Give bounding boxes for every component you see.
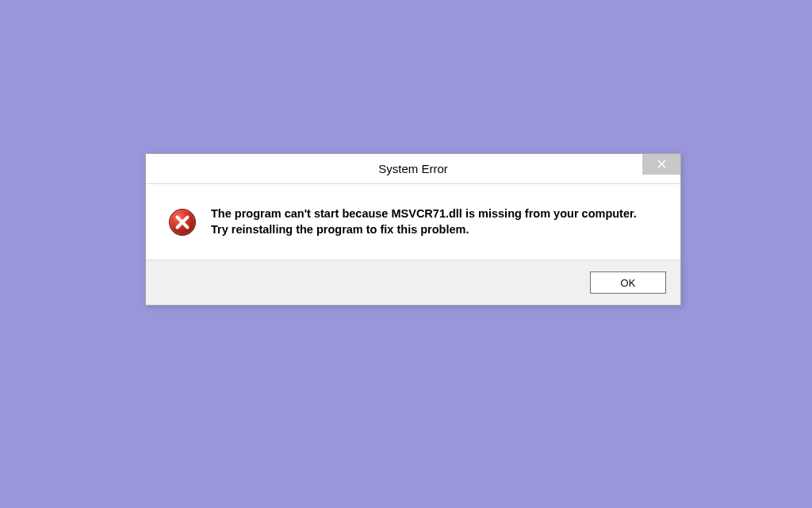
error-message: The program can't start because MSVCR71.… xyxy=(211,206,639,237)
dialog-content: The program can't start because MSVCR71.… xyxy=(146,184,680,260)
titlebar: System Error xyxy=(146,154,680,184)
error-dialog: System Error xyxy=(145,153,681,306)
ok-button[interactable]: OK xyxy=(590,271,666,294)
button-area: OK xyxy=(146,260,680,305)
error-icon xyxy=(168,208,197,237)
close-icon xyxy=(657,157,666,171)
close-button[interactable] xyxy=(642,154,680,175)
dialog-title: System Error xyxy=(378,162,448,175)
